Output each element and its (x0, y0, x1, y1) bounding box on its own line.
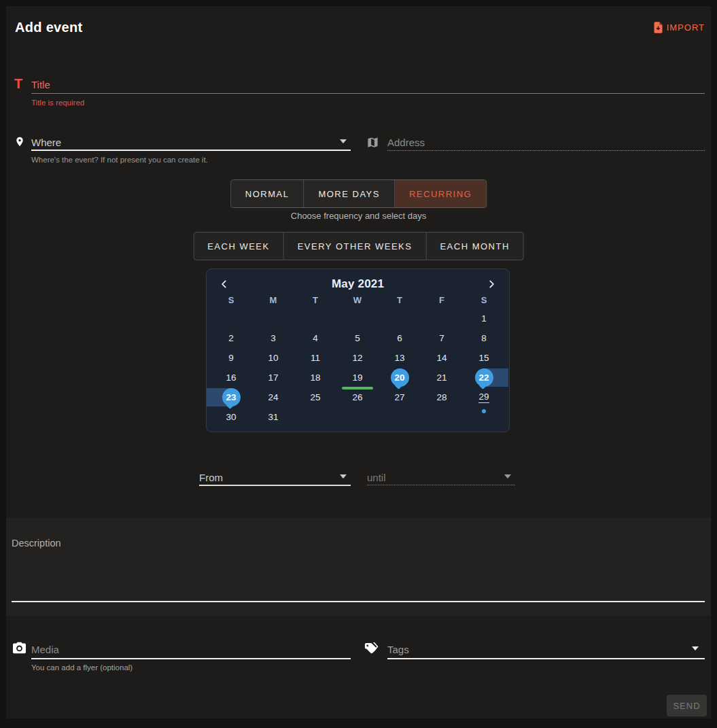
page-title: Add event (15, 20, 82, 35)
where-helper-text: Where's the event? If not present you ca… (31, 156, 208, 164)
calendar-day[interactable]: 9 (210, 348, 252, 368)
calendar-day[interactable]: 24 (252, 387, 294, 407)
calendar-day[interactable]: 27 (379, 387, 421, 407)
calendar-prev-month-button[interactable] (218, 278, 230, 290)
calendar-day[interactable]: 12 (336, 348, 379, 368)
calendar-day[interactable]: 5 (336, 328, 379, 348)
calendar-day[interactable]: 20 (379, 368, 421, 387)
tags-icon (364, 642, 380, 657)
where-select[interactable]: Where (31, 137, 61, 148)
calendar-day-empty (379, 407, 421, 427)
calendar-day[interactable]: 14 (421, 348, 463, 368)
calendar-day-empty (421, 309, 463, 328)
where-underline (31, 150, 351, 151)
calendar-day-header: S (463, 295, 505, 309)
calendar-day-header: M (252, 295, 294, 309)
selected-day-marker: 22 (475, 368, 493, 387)
send-button[interactable]: SEND (667, 695, 707, 716)
selected-day-marker: 23 (222, 388, 241, 406)
calendar-day-header: F (421, 295, 463, 309)
calendar-day[interactable]: 19 (336, 368, 379, 387)
calendar-day[interactable]: 13 (379, 348, 421, 368)
description-placeholder: Description (12, 538, 61, 549)
chevron-left-icon (220, 279, 229, 289)
title-underline (31, 93, 705, 94)
tags-underline (387, 658, 705, 659)
calendar-day-empty (421, 407, 463, 427)
calendar-day-header: W (336, 295, 379, 309)
media-input[interactable]: Media (31, 644, 59, 655)
calendar-day[interactable]: 2 (210, 328, 252, 348)
calendar: May 2021 SMTWTFS 12345678910111213141516… (206, 268, 510, 432)
tab-recurring[interactable]: RECURRING (395, 180, 486, 207)
from-dropdown-caret-icon[interactable] (340, 474, 347, 479)
calendar-day[interactable]: 17 (252, 368, 294, 387)
calendar-day-header: S (210, 295, 252, 309)
calendar-day[interactable]: 31 (252, 407, 294, 427)
calendar-day[interactable]: 10 (252, 348, 294, 368)
calendar-day[interactable]: 6 (379, 328, 421, 348)
selected-day-marker: 20 (391, 368, 409, 387)
calendar-day[interactable]: 3 (252, 328, 294, 348)
tab-more-days[interactable]: MORE DAYS (304, 180, 395, 207)
calendar-day[interactable]: 15 (463, 348, 505, 368)
calendar-grid: 1234567891011121314151617181920212223242… (207, 309, 509, 427)
send-button-label: SEND (673, 701, 700, 711)
calendar-day[interactable]: 28 (421, 387, 463, 407)
calendar-day-empty (336, 309, 379, 328)
add-event-dialog: Add event IMPORT T Title Title is requir… (0, 0, 717, 728)
description-underline (12, 601, 705, 602)
frequency-options: EACH WEEK EVERY OTHER WEEKS EACH MONTH (193, 232, 524, 260)
media-underline (31, 658, 351, 659)
calendar-day[interactable]: 23 (210, 387, 252, 407)
tags-dropdown-caret-icon[interactable] (692, 646, 699, 651)
calendar-day[interactable]: 4 (294, 328, 336, 348)
calendar-day-empty (379, 309, 421, 328)
frequency-helper-text: Choose frequency and select days (0, 211, 717, 221)
import-button-label: IMPORT (667, 22, 705, 33)
event-type-tabs: NORMAL MORE DAYS RECURRING (230, 179, 487, 208)
from-underline (199, 485, 351, 486)
calendar-day[interactable]: 18 (294, 368, 336, 387)
address-underline (387, 145, 705, 151)
calendar-next-month-button[interactable] (485, 278, 497, 290)
file-import-icon (653, 21, 663, 34)
calendar-day[interactable]: 11 (294, 348, 336, 368)
calendar-day[interactable]: 30 (210, 407, 252, 427)
calendar-day[interactable]: 16 (210, 368, 252, 387)
title-icon: T (14, 76, 22, 92)
calendar-day[interactable]: 26 (336, 387, 379, 407)
from-time-select[interactable]: From (199, 472, 223, 483)
until-underline (367, 479, 514, 485)
calendar-day[interactable]: 22 (463, 368, 505, 387)
calendar-day-header: T (294, 295, 336, 309)
location-pin-icon (14, 135, 25, 152)
calendar-day[interactable]: 7 (421, 328, 463, 348)
media-helper-text: You can add a flyer (optional) (31, 663, 133, 672)
calendar-day-empty (252, 309, 294, 328)
where-dropdown-caret-icon[interactable] (340, 139, 347, 143)
calendar-day[interactable]: 29 (463, 387, 505, 407)
frequency-every-other-weeks-button[interactable]: EVERY OTHER WEEKS (284, 232, 427, 260)
calendar-header: May 2021 (207, 269, 509, 291)
calendar-day[interactable]: 25 (294, 387, 336, 407)
calendar-day[interactable]: 1 (463, 309, 505, 328)
frequency-each-week-button[interactable]: EACH WEEK (194, 232, 284, 260)
calendar-day-headers: SMTWTFS (207, 295, 509, 309)
camera-icon (12, 642, 27, 657)
import-button[interactable]: IMPORT (653, 21, 705, 34)
tab-normal[interactable]: NORMAL (231, 180, 304, 207)
calendar-day-empty (463, 407, 505, 427)
calendar-month-label: May 2021 (230, 277, 485, 291)
calendar-day-header: T (379, 295, 421, 309)
chevron-right-icon (487, 279, 496, 289)
calendar-day[interactable]: 21 (421, 368, 463, 387)
underlined-day: 29 (478, 392, 489, 403)
tags-select[interactable]: Tags (387, 644, 409, 655)
calendar-day-empty (294, 407, 336, 427)
calendar-day-empty (294, 309, 336, 328)
until-dropdown-caret-icon[interactable] (504, 474, 511, 479)
frequency-each-month-button[interactable]: EACH MONTH (426, 232, 523, 260)
calendar-day[interactable]: 8 (463, 328, 505, 348)
title-input[interactable]: Title (31, 79, 50, 90)
